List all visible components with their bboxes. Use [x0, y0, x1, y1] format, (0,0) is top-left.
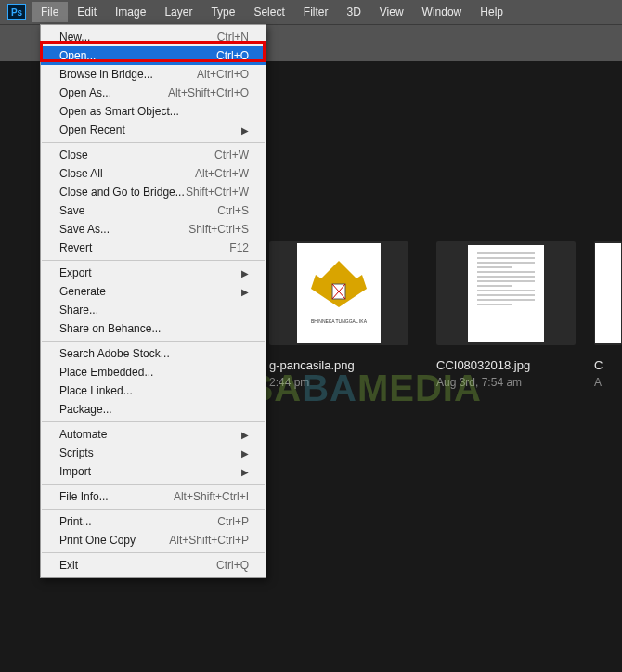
recent-file-item[interactable]: CCI08032018.jpgAug 3rd, 7:54 am	[436, 241, 576, 389]
menu-item-label: Open as Smart Object...	[59, 105, 179, 118]
menu-item-label: Share on Behance...	[59, 322, 161, 335]
menu-item-share[interactable]: Share...	[41, 301, 266, 319]
menu-item-label: Export	[59, 266, 92, 279]
menu-item-exit[interactable]: ExitCtrl+Q	[41, 556, 266, 575]
menubar: Ps FileEditImageLayerTypeSelectFilter3DV…	[0, 0, 622, 24]
menu-item-place-embedded[interactable]: Place Embedded...	[41, 363, 266, 381]
recent-file-item[interactable]: BHINNEKA TUNGGAL IKAg-pancasila.png2:44 …	[269, 241, 408, 389]
menu-item-label: Open Recent	[59, 123, 125, 136]
menu-item-shortcut: Alt+Shift+Ctrl+P	[169, 534, 249, 547]
file-menu-dropdown: New...Ctrl+NOpen...Ctrl+OBrowse in Bridg…	[40, 24, 266, 578]
menu-item-export[interactable]: Export▶	[41, 264, 266, 282]
menu-item-label: Place Embedded...	[59, 366, 153, 379]
menu-item-label: Revert	[59, 241, 92, 254]
menu-item-label: Close All	[59, 167, 103, 180]
menu-item-close-and-go-to-bridge[interactable]: Close and Go to Bridge...Shift+Ctrl+W	[41, 183, 266, 201]
menubar-item-image[interactable]: Image	[106, 2, 155, 22]
submenu-arrow-icon: ▶	[241, 268, 249, 278]
menubar-item-help[interactable]: Help	[471, 2, 512, 22]
menu-item-import[interactable]: Import▶	[41, 462, 266, 481]
menu-separator	[42, 260, 265, 261]
menu-item-label: Close and Go to Bridge...	[59, 186, 185, 199]
menubar-item-view[interactable]: View	[370, 2, 413, 22]
menu-item-label: Print...	[59, 515, 92, 528]
recent-files: BHINNEKA TUNGGAL IKAg-pancasila.png2:44 …	[269, 241, 576, 389]
menu-item-close-all[interactable]: Close AllAlt+Ctrl+W	[41, 164, 266, 183]
menu-item-close[interactable]: CloseCtrl+W	[41, 146, 266, 164]
menu-item-shortcut: Shift+Ctrl+S	[188, 223, 249, 236]
svg-text:BHINNEKA TUNGGAL IKA: BHINNEKA TUNGGAL IKA	[311, 318, 368, 324]
thumbnail-image: BHINNEKA TUNGGAL IKA	[269, 241, 408, 345]
menu-separator	[42, 484, 265, 485]
menu-item-print[interactable]: Print...Ctrl+P	[41, 512, 266, 531]
menu-item-label: Exit	[59, 559, 78, 572]
menu-item-label: Scripts	[59, 446, 94, 459]
menubar-item-3d[interactable]: 3D	[337, 2, 369, 22]
menu-item-label: Save As...	[59, 223, 110, 236]
menu-item-label: Share...	[59, 304, 98, 317]
menu-item-scripts[interactable]: Scripts▶	[41, 444, 266, 462]
menu-item-shortcut: Shift+Ctrl+W	[186, 186, 249, 199]
thumbnail-filename: C	[594, 358, 622, 372]
menu-item-shortcut: Alt+Shift+Ctrl+O	[168, 86, 249, 99]
menu-item-save[interactable]: SaveCtrl+S	[41, 201, 266, 220]
menu-item-package[interactable]: Package...	[41, 400, 266, 419]
menu-item-shortcut: Alt+Ctrl+W	[195, 167, 249, 180]
thumbnail-image	[436, 241, 576, 345]
menu-item-shortcut: Alt+Shift+Ctrl+I	[174, 490, 249, 503]
menu-item-label: Place Linked...	[59, 384, 133, 397]
thumbnail-date: A	[594, 376, 622, 389]
menu-item-file-info[interactable]: File Info...Alt+Shift+Ctrl+I	[41, 487, 266, 506]
menu-separator	[42, 341, 265, 342]
menu-item-label: Save	[59, 204, 84, 217]
menu-item-label: Open As...	[59, 86, 111, 99]
menu-separator	[42, 142, 265, 143]
menu-item-open[interactable]: Open...Ctrl+O	[41, 46, 266, 65]
menu-item-label: Package...	[59, 403, 112, 416]
menu-item-new[interactable]: New...Ctrl+N	[41, 28, 266, 46]
menu-item-label: Automate	[59, 428, 107, 441]
menu-item-generate[interactable]: Generate▶	[41, 282, 266, 301]
menu-item-shortcut: Ctrl+Q	[216, 559, 249, 572]
menu-item-label: Import	[59, 465, 91, 478]
menubar-item-layer[interactable]: Layer	[155, 2, 201, 22]
menu-separator	[42, 421, 265, 422]
menu-item-shortcut: Alt+Ctrl+O	[197, 68, 249, 81]
menu-item-print-one-copy[interactable]: Print One CopyAlt+Shift+Ctrl+P	[41, 531, 266, 549]
thumbnail-date: Aug 3rd, 7:54 am	[436, 376, 576, 389]
thumbnail-filename: g-pancasila.png	[269, 358, 408, 372]
menu-item-label: Close	[59, 149, 88, 162]
menu-item-share-on-behance[interactable]: Share on Behance...	[41, 319, 266, 338]
app-icon: Ps	[7, 4, 26, 20]
menu-item-open-as-smart-object[interactable]: Open as Smart Object...	[41, 102, 266, 121]
menubar-item-type[interactable]: Type	[201, 2, 244, 22]
submenu-arrow-icon: ▶	[241, 287, 249, 297]
menu-item-shortcut: Ctrl+O	[216, 49, 249, 62]
menubar-item-window[interactable]: Window	[413, 2, 472, 22]
menu-item-open-recent[interactable]: Open Recent▶	[41, 121, 266, 139]
menu-item-shortcut: Ctrl+N	[217, 31, 249, 44]
menubar-item-edit[interactable]: Edit	[68, 2, 106, 22]
menu-item-label: Browse in Bridge...	[59, 68, 153, 81]
menu-item-shortcut: Ctrl+S	[217, 204, 249, 217]
menu-item-browse-in-bridge[interactable]: Browse in Bridge...Alt+Ctrl+O	[41, 65, 266, 84]
menu-item-save-as[interactable]: Save As...Shift+Ctrl+S	[41, 220, 266, 239]
menu-item-revert[interactable]: RevertF12	[41, 239, 266, 257]
menu-item-shortcut: Ctrl+P	[217, 515, 249, 528]
menu-item-label: Print One Copy	[59, 534, 136, 547]
menu-item-open-as[interactable]: Open As...Alt+Shift+Ctrl+O	[41, 84, 266, 102]
thumbnail-date: 2:44 pm	[269, 376, 408, 389]
menubar-item-filter[interactable]: Filter	[294, 2, 338, 22]
menu-item-shortcut: Ctrl+W	[214, 149, 249, 162]
menu-item-place-linked[interactable]: Place Linked...	[41, 381, 266, 400]
menubar-item-select[interactable]: Select	[244, 2, 293, 22]
recent-file-partial[interactable]: CA	[594, 241, 622, 389]
menu-item-automate[interactable]: Automate▶	[41, 425, 266, 444]
submenu-arrow-icon: ▶	[241, 467, 249, 477]
menu-item-label: File Info...	[59, 490, 109, 503]
menubar-item-file[interactable]: File	[32, 2, 68, 22]
thumbnail-image	[594, 241, 622, 345]
menu-item-search-adobe-stock[interactable]: Search Adobe Stock...	[41, 344, 266, 363]
menu-item-label: Open...	[59, 49, 96, 62]
menu-item-shortcut: F12	[229, 241, 249, 254]
